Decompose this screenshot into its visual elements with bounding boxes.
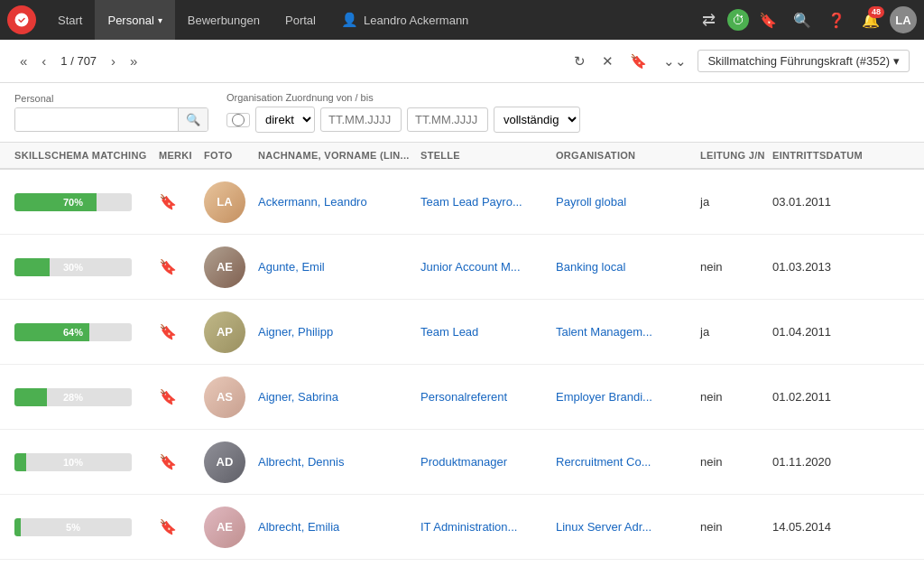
top-navigation: Start Personal ▾ Bewerbungen Portal 👤 Le… xyxy=(0,0,924,40)
personal-label: Personal xyxy=(14,93,208,104)
avatar[interactable]: LA xyxy=(890,6,917,33)
org-cell[interactable]: Employer Brandi... xyxy=(556,390,700,404)
filter-chevron-icon: ▾ xyxy=(893,54,900,68)
datum-cell: 01.03.2013 xyxy=(772,260,890,274)
leitung-cell: ja xyxy=(700,195,772,209)
person-name[interactable]: Albrecht, Emilia xyxy=(258,520,420,534)
stelle-cell[interactable]: IT Administration... xyxy=(420,520,556,534)
last-page-button[interactable]: » xyxy=(125,50,143,72)
th-skillschema: SKILLSCHEMA MATCHING xyxy=(14,150,159,161)
notification-badge: 48 xyxy=(868,6,884,18)
org-cell[interactable]: Rercruitment Co... xyxy=(556,455,700,469)
vollstaendig-select[interactable]: vollständig xyxy=(494,107,580,133)
row-bookmark-icon[interactable]: 🔖 xyxy=(159,323,204,340)
help-icon[interactable]: ❓ xyxy=(821,5,852,35)
photo-avatar: AS xyxy=(204,376,245,418)
leitung-cell: nein xyxy=(700,260,772,274)
th-leitung: LEITUNG J/N xyxy=(700,150,772,161)
bookmark-toolbar-icon[interactable]: 🔖 xyxy=(624,50,652,73)
th-merki: MERKI xyxy=(159,150,204,161)
nav-portal[interactable]: Portal xyxy=(273,0,328,40)
data-table: SKILLSCHEMA MATCHING MERKI FOTO NACHNAME… xyxy=(0,143,924,567)
th-nachname: NACHNAME, VORNAME (LIN... xyxy=(258,150,420,161)
filter-dropdown[interactable]: Skillmatching Führungskraft (#352) ▾ xyxy=(698,50,910,72)
personal-search-input[interactable] xyxy=(15,108,178,131)
refresh-button[interactable]: ↻ xyxy=(568,50,591,73)
stelle-cell[interactable]: Team Lead Payro... xyxy=(420,195,556,209)
photo-avatar: LA xyxy=(204,181,245,223)
svg-point-0 xyxy=(15,14,29,27)
notification-icon[interactable]: 🔔 48 xyxy=(855,5,886,35)
datum-cell: 01.11.2020 xyxy=(772,455,890,469)
photo-avatar: AE xyxy=(204,507,245,548)
person-name[interactable]: Aigner, Philipp xyxy=(258,325,420,339)
row-bookmark-icon[interactable]: 🔖 xyxy=(159,518,204,535)
progress-bar: 28% xyxy=(14,388,132,406)
progress-bar: 70% xyxy=(14,193,132,211)
close-button[interactable]: ✕ xyxy=(596,50,619,73)
search-submit-icon[interactable]: 🔍 xyxy=(178,108,208,131)
org-type-select[interactable]: direkt xyxy=(255,107,315,133)
th-stelle: STELLE xyxy=(420,150,556,161)
nav-user[interactable]: 👤 Leandro Ackermann xyxy=(328,0,481,40)
th-foto: FOTO xyxy=(204,150,258,161)
bookmark-nav-icon[interactable]: 🔖 xyxy=(753,5,783,35)
app-logo[interactable] xyxy=(7,5,36,34)
stelle-cell[interactable]: Produktmanager xyxy=(420,455,556,469)
org-cell[interactable]: Banking local xyxy=(556,260,700,274)
chevron-down-icon: ▾ xyxy=(158,15,162,25)
person-name[interactable]: Aigner, Sabrina xyxy=(258,390,420,404)
org-label: Organisation Zuordnung von / bis xyxy=(226,92,580,103)
stelle-cell[interactable]: Team Lead xyxy=(420,325,556,339)
datum-cell: 01.02.2011 xyxy=(772,390,890,404)
person-name[interactable]: Ackermann, Leandro xyxy=(258,195,420,209)
datum-cell: 03.01.2011 xyxy=(772,195,890,209)
page-info: 1 / 707 xyxy=(60,54,97,68)
table-body: 70% 🔖 LA Ackermann, LeandroTeam Lead Pay… xyxy=(0,170,924,560)
table-row: 30% 🔖 AE Agunte, EmilJunior Account M...… xyxy=(0,235,924,300)
search-nav-icon[interactable]: 🔍 xyxy=(787,5,818,35)
first-page-button[interactable]: « xyxy=(14,50,32,72)
progress-text: 10% xyxy=(14,453,132,471)
org-cell[interactable]: Payroll global xyxy=(556,195,700,209)
photo-avatar: AD xyxy=(204,442,245,483)
datum-cell: 01.04.2011 xyxy=(772,325,890,339)
prev-page-button[interactable]: ‹ xyxy=(36,50,51,72)
nav-start[interactable]: Start xyxy=(45,0,95,40)
person-name[interactable]: Agunte, Emil xyxy=(258,260,420,274)
nav-bewerbungen[interactable]: Bewerbungen xyxy=(175,0,273,40)
progress-text: 28% xyxy=(14,388,132,406)
row-bookmark-icon[interactable]: 🔖 xyxy=(159,193,204,210)
person-name[interactable]: Albrecht, Dennis xyxy=(258,455,420,469)
table-row: 5% 🔖 AE Albrecht, EmiliaIT Administratio… xyxy=(0,495,924,560)
date-to-input[interactable] xyxy=(407,107,488,132)
row-bookmark-icon[interactable]: 🔖 xyxy=(159,258,204,275)
photo-avatar: AE xyxy=(204,246,245,288)
progress-bar: 64% xyxy=(14,323,132,341)
th-eintrittsdatum: EINTRITTSDATUM xyxy=(772,150,890,161)
personal-search-group: Personal 🔍 xyxy=(14,93,208,132)
sync-icon[interactable]: ⇄ xyxy=(693,5,724,35)
org-search-group: Organisation Zuordnung von / bis direkt … xyxy=(226,92,580,133)
leitung-cell: nein xyxy=(700,455,772,469)
row-bookmark-icon[interactable]: 🔖 xyxy=(159,453,204,470)
filter-label: Skillmatching Führungskraft (#352) xyxy=(707,54,890,68)
org-cell[interactable]: Talent Managem... xyxy=(556,325,700,339)
progress-bar: 10% xyxy=(14,453,132,471)
row-bookmark-icon[interactable]: 🔖 xyxy=(159,388,204,405)
next-page-button[interactable]: › xyxy=(106,50,121,72)
timer-icon[interactable]: ⏱ xyxy=(727,9,749,31)
table-row: 64% 🔖 AP Aigner, PhilippTeam LeadTalent … xyxy=(0,300,924,365)
datum-cell: 14.05.2014 xyxy=(772,520,890,534)
date-from-input[interactable] xyxy=(320,107,402,132)
leitung-cell: ja xyxy=(700,325,772,339)
progress-bar: 30% xyxy=(14,258,132,276)
stelle-cell[interactable]: Junior Account M... xyxy=(420,260,556,274)
nav-personal[interactable]: Personal ▾ xyxy=(95,0,174,40)
stelle-cell[interactable]: Personalreferent xyxy=(420,390,556,404)
org-radio[interactable] xyxy=(232,114,245,126)
expand-button[interactable]: ⌄⌄ xyxy=(658,50,692,73)
photo-avatar: AP xyxy=(204,311,245,353)
pagination-nav: « ‹ 1 / 707 › » xyxy=(14,50,143,72)
org-cell[interactable]: Linux Server Adr... xyxy=(556,520,700,534)
